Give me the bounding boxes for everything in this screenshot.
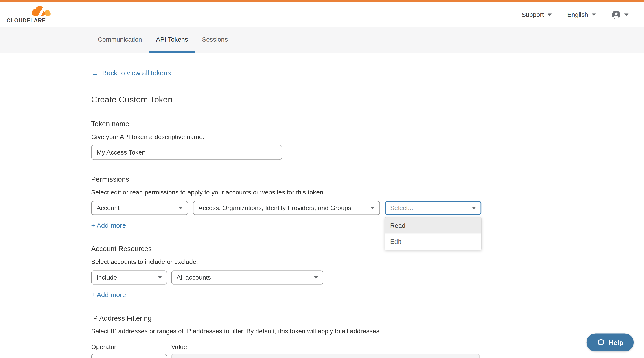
permission-level-wrap: Select... Read Edit	[385, 201, 481, 215]
account-resources-heading: Account Resources	[91, 245, 644, 253]
token-name-input[interactable]	[91, 145, 282, 160]
cloudflare-logo[interactable]: CLOUDFLARE	[6, 6, 52, 23]
ip-operator-placeholder: Select...	[96, 357, 120, 358]
resource-mode-value: Include	[96, 274, 117, 281]
token-name-description: Give your API token a descriptive name.	[91, 133, 644, 141]
chevron-down-icon	[158, 276, 162, 279]
chevron-down-icon	[370, 207, 374, 209]
chevron-down-icon	[548, 13, 552, 16]
chevron-down-icon	[624, 13, 628, 16]
left-arrow-icon: ←	[91, 69, 99, 77]
chevron-down-icon	[314, 276, 318, 279]
permission-resource-value: Access: Organizations, Identity Provider…	[198, 204, 351, 212]
menu-option-edit[interactable]: Edit	[385, 234, 481, 249]
permission-resource-select[interactable]: Access: Organizations, Identity Provider…	[193, 201, 380, 215]
support-menu-label: Support	[522, 11, 544, 19]
permission-scope-select[interactable]: Account	[91, 201, 188, 215]
help-button[interactable]: Help	[586, 333, 634, 351]
permission-level-select[interactable]: Select...	[385, 201, 481, 215]
operator-label: Operator	[91, 343, 171, 350]
language-menu[interactable]: English	[567, 11, 596, 19]
chat-bubble-icon	[597, 338, 605, 346]
support-menu[interactable]: Support	[522, 11, 552, 19]
token-name-heading: Token name	[91, 120, 644, 128]
header-menus: Support English	[522, 10, 628, 19]
resource-mode-select[interactable]: Include	[91, 270, 167, 284]
user-avatar-icon	[612, 10, 620, 19]
tab-api-tokens[interactable]: API Tokens	[149, 27, 195, 53]
permission-level-menu: Read Edit	[385, 217, 481, 250]
main-content: ← Back to view all tokens Create Custom …	[0, 53, 644, 358]
permissions-add-more-link[interactable]: + Add more	[91, 222, 126, 229]
language-menu-label: English	[567, 11, 588, 19]
cloudflare-dashboard: CLOUDFLARE Support English Communicati	[0, 0, 644, 358]
account-resources-description: Select accounts to include or exclude.	[91, 258, 644, 265]
chevron-down-icon	[472, 207, 476, 209]
help-button-label: Help	[609, 338, 623, 346]
account-resources-row: Include All accounts	[91, 270, 644, 284]
header: CLOUDFLARE Support English	[0, 3, 644, 27]
ip-operator-select[interactable]: Select...	[91, 354, 167, 358]
cloudflare-wordmark: CLOUDFLARE	[6, 17, 46, 23]
brand-top-bar	[0, 0, 644, 3]
permission-level-placeholder: Select...	[390, 204, 413, 212]
page-title: Create Custom Token	[91, 95, 644, 104]
ip-filtering-controls: Select...	[91, 354, 644, 358]
account-resources-add-more-link[interactable]: + Add more	[91, 291, 126, 299]
ip-filtering-labels: Operator Value	[91, 343, 644, 350]
resource-accounts-select[interactable]: All accounts	[171, 270, 323, 284]
ip-filtering-heading: IP Address Filtering	[91, 314, 644, 323]
value-label: Value	[171, 343, 187, 350]
permission-scope-value: Account	[96, 204, 120, 212]
resource-accounts-value: All accounts	[176, 274, 211, 281]
permissions-heading: Permissions	[91, 176, 644, 184]
chevron-down-icon	[178, 207, 183, 209]
back-link-label: Back to view all tokens	[102, 69, 171, 77]
tab-sessions[interactable]: Sessions	[195, 27, 235, 53]
back-to-tokens-link[interactable]: ← Back to view all tokens	[91, 69, 171, 77]
cloudflare-cloud-icon	[29, 5, 52, 16]
chevron-down-icon	[592, 13, 596, 16]
permissions-row: Account Access: Organizations, Identity …	[91, 201, 644, 215]
tab-communication[interactable]: Communication	[91, 27, 149, 53]
ip-filtering-description: Select IP addresses or ranges of IP addr…	[91, 328, 644, 335]
tab-bar: Communication API Tokens Sessions	[0, 27, 644, 53]
ip-value-input[interactable]	[171, 354, 480, 358]
permissions-description: Select edit or read permissions to apply…	[91, 189, 644, 196]
user-menu[interactable]	[612, 10, 628, 19]
menu-option-read[interactable]: Read	[385, 217, 481, 233]
